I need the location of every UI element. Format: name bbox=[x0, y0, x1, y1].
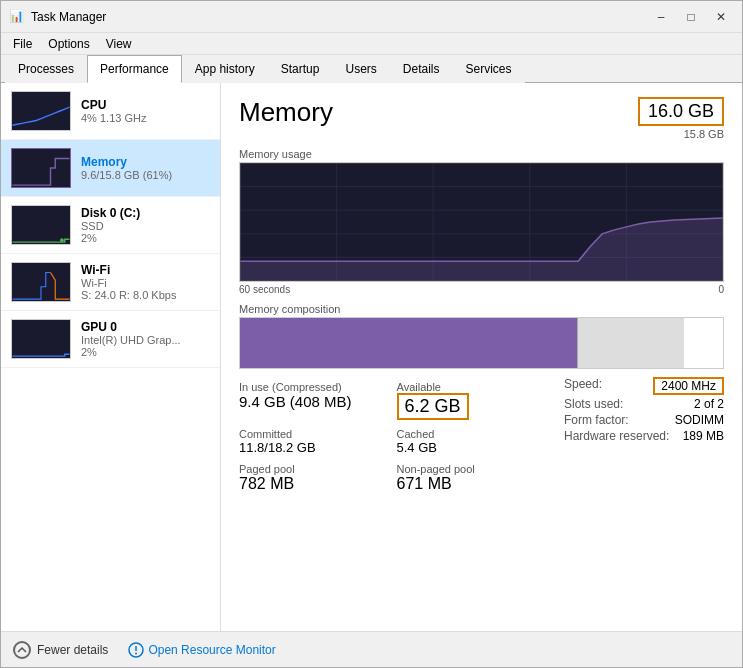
svg-point-1 bbox=[60, 238, 64, 242]
cpu-name: CPU bbox=[81, 98, 210, 112]
fewer-details-label: Fewer details bbox=[37, 643, 108, 657]
comp-in-use bbox=[240, 318, 568, 368]
disk-detail1: SSD bbox=[81, 220, 210, 232]
total-memory-value: 16.0 GB bbox=[638, 97, 724, 126]
main-header: Memory 16.0 GB 15.8 GB bbox=[239, 97, 724, 140]
available-block: Available 6.2 GB bbox=[397, 377, 545, 424]
in-use-label: In use (Compressed) bbox=[239, 381, 387, 393]
time-end: 0 bbox=[718, 284, 724, 295]
disk-info: Disk 0 (C:) SSD 2% bbox=[81, 206, 210, 244]
tab-details[interactable]: Details bbox=[390, 55, 453, 83]
form-row: Form factor: SODIMM bbox=[564, 413, 724, 427]
form-value: SODIMM bbox=[675, 413, 724, 427]
tab-processes[interactable]: Processes bbox=[5, 55, 87, 83]
slots-label: Slots used: bbox=[564, 397, 623, 411]
wifi-detail2: S: 24.0 R: 8.0 Kbps bbox=[81, 289, 210, 301]
memory-usage-graph bbox=[239, 162, 724, 282]
committed-block: Committed 11.8/18.2 GB bbox=[239, 424, 387, 459]
max-memory-label: 15.8 GB bbox=[638, 128, 724, 140]
comp-free bbox=[684, 318, 723, 368]
wifi-name: Wi-Fi bbox=[81, 263, 210, 277]
stats-right: Speed: 2400 MHz Slots used: 2 of 2 Form … bbox=[544, 377, 724, 445]
title-bar: 📊 Task Manager – □ ✕ bbox=[1, 1, 742, 33]
memory-composition-bar bbox=[239, 317, 724, 369]
sidebar-item-disk[interactable]: Disk 0 (C:) SSD 2% bbox=[1, 197, 220, 254]
gpu-info: GPU 0 Intel(R) UHD Grap... 2% bbox=[81, 320, 210, 358]
window-title: Task Manager bbox=[31, 10, 648, 24]
stats-left: In use (Compressed) 9.4 GB (408 MB) Avai… bbox=[239, 377, 544, 497]
paged-block: Paged pool 782 MB bbox=[239, 459, 387, 497]
in-use-block: In use (Compressed) 9.4 GB (408 MB) bbox=[239, 377, 387, 424]
content-area: CPU 4% 1.13 GHz Memory 9.6/15.8 GB (61%) bbox=[1, 83, 742, 631]
sidebar: CPU 4% 1.13 GHz Memory 9.6/15.8 GB (61%) bbox=[1, 83, 221, 631]
time-start: 60 seconds bbox=[239, 284, 290, 295]
slots-row: Slots used: 2 of 2 bbox=[564, 397, 724, 411]
minimize-button[interactable]: – bbox=[648, 7, 674, 27]
usage-label: Memory usage bbox=[239, 148, 724, 160]
sidebar-item-cpu[interactable]: CPU 4% 1.13 GHz bbox=[1, 83, 220, 140]
memory-name: Memory bbox=[81, 155, 210, 169]
available-value: 6.2 GB bbox=[397, 393, 469, 420]
non-paged-label: Non-paged pool bbox=[397, 463, 545, 475]
stats-row1: In use (Compressed) 9.4 GB (408 MB) Avai… bbox=[239, 377, 544, 424]
available-label: Available bbox=[397, 381, 545, 393]
footer-bar: Fewer details Open Resource Monitor bbox=[1, 631, 742, 667]
speed-row: Speed: 2400 MHz bbox=[564, 377, 724, 395]
task-manager-window: 📊 Task Manager – □ ✕ File Options View P… bbox=[0, 0, 743, 668]
app-icon: 📊 bbox=[9, 9, 25, 25]
memory-thumbnail bbox=[11, 148, 71, 188]
open-resource-monitor-button[interactable]: Open Resource Monitor bbox=[128, 642, 275, 658]
committed-label: Committed bbox=[239, 428, 387, 440]
disk-name: Disk 0 (C:) bbox=[81, 206, 210, 220]
cached-value: 5.4 GB bbox=[397, 440, 545, 455]
committed-value: 11.8/18.2 GB bbox=[239, 440, 387, 455]
menu-view[interactable]: View bbox=[98, 35, 140, 53]
non-paged-block: Non-paged pool 671 MB bbox=[397, 459, 545, 497]
close-button[interactable]: ✕ bbox=[708, 7, 734, 27]
memory-detail: 9.6/15.8 GB (61%) bbox=[81, 169, 210, 181]
memory-info: Memory 9.6/15.8 GB (61%) bbox=[81, 155, 210, 181]
stats-row3: Paged pool 782 MB Non-paged pool 671 MB bbox=[239, 459, 544, 497]
menu-file[interactable]: File bbox=[5, 35, 40, 53]
cached-label: Cached bbox=[397, 428, 545, 440]
tab-app-history[interactable]: App history bbox=[182, 55, 268, 83]
tab-services[interactable]: Services bbox=[453, 55, 525, 83]
cpu-detail: 4% 1.13 GHz bbox=[81, 112, 210, 124]
wifi-info: Wi-Fi Wi-Fi S: 24.0 R: 8.0 Kbps bbox=[81, 263, 210, 301]
hw-reserved-value: 189 MB bbox=[683, 429, 724, 443]
sidebar-item-memory[interactable]: Memory 9.6/15.8 GB (61%) bbox=[1, 140, 220, 197]
gpu-thumbnail bbox=[11, 319, 71, 359]
tab-users[interactable]: Users bbox=[332, 55, 389, 83]
resource-monitor-icon bbox=[128, 642, 144, 658]
svg-point-15 bbox=[135, 652, 137, 654]
fewer-details-button[interactable]: Fewer details bbox=[13, 641, 108, 659]
gpu-detail1: Intel(R) UHD Grap... bbox=[81, 334, 210, 346]
slots-value: 2 of 2 bbox=[694, 397, 724, 411]
tab-performance[interactable]: Performance bbox=[87, 55, 182, 83]
wifi-detail1: Wi-Fi bbox=[81, 277, 210, 289]
disk-thumbnail bbox=[11, 205, 71, 245]
stats-section: In use (Compressed) 9.4 GB (408 MB) Avai… bbox=[239, 377, 724, 497]
gpu-name: GPU 0 bbox=[81, 320, 210, 334]
menu-bar: File Options View bbox=[1, 33, 742, 55]
main-title: Memory bbox=[239, 97, 333, 128]
speed-value: 2400 MHz bbox=[653, 377, 724, 395]
tab-bar: Processes Performance App history Startu… bbox=[1, 55, 742, 83]
fewer-details-icon bbox=[13, 641, 31, 659]
resource-monitor-label: Open Resource Monitor bbox=[148, 643, 275, 657]
sidebar-item-gpu[interactable]: GPU 0 Intel(R) UHD Grap... 2% bbox=[1, 311, 220, 368]
cached-block: Cached 5.4 GB bbox=[397, 424, 545, 459]
sidebar-item-wifi[interactable]: Wi-Fi Wi-Fi S: 24.0 R: 8.0 Kbps bbox=[1, 254, 220, 311]
cpu-info: CPU 4% 1.13 GHz bbox=[81, 98, 210, 124]
main-panel: Memory 16.0 GB 15.8 GB Memory usage bbox=[221, 83, 742, 631]
maximize-button[interactable]: □ bbox=[678, 7, 704, 27]
comp-standby bbox=[578, 318, 684, 368]
tab-startup[interactable]: Startup bbox=[268, 55, 333, 83]
graph-time-labels: 60 seconds 0 bbox=[239, 284, 724, 295]
paged-value: 782 MB bbox=[239, 475, 387, 493]
menu-options[interactable]: Options bbox=[40, 35, 97, 53]
paged-label: Paged pool bbox=[239, 463, 387, 475]
composition-label: Memory composition bbox=[239, 303, 724, 315]
speed-label: Speed: bbox=[564, 377, 602, 395]
disk-detail2: 2% bbox=[81, 232, 210, 244]
